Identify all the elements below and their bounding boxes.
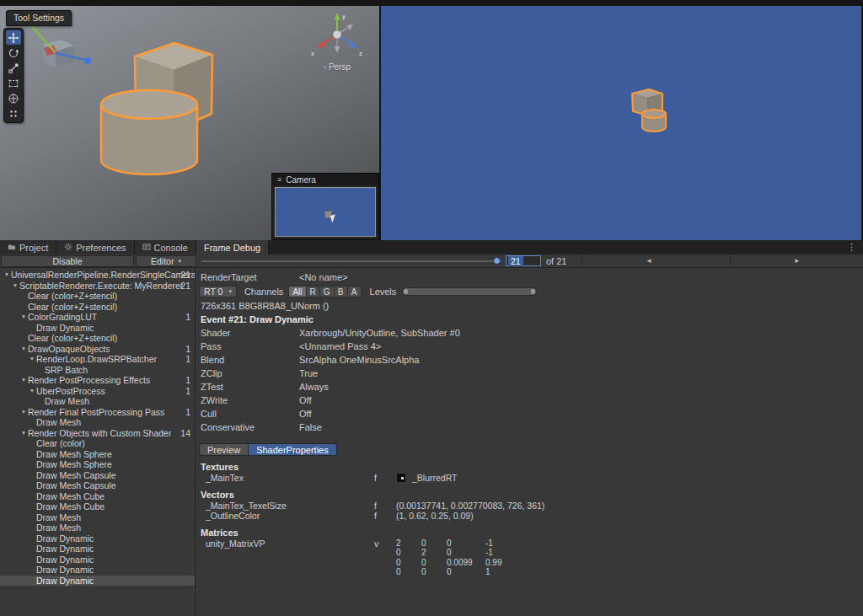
tab-preview[interactable]: Preview: [199, 443, 249, 456]
gizmo-x-label: x: [311, 50, 314, 57]
rt-selector-dropdown[interactable]: RT 0 ▾: [199, 286, 237, 297]
scale-tool-button[interactable]: [6, 61, 21, 75]
tree-row[interactable]: SRP Batch: [0, 365, 195, 376]
vector-value: (1, 0.62, 0.25, 0.09): [396, 511, 474, 522]
tool-settings-panel[interactable]: Tool Settings: [6, 10, 72, 26]
vector-name: _MainTex_TexelSize: [206, 501, 374, 512]
tree-row[interactable]: Clear (color+Z+stencil): [0, 291, 195, 302]
tree-row[interactable]: Draw Dynamic: [0, 323, 195, 334]
frame-slider-thumb[interactable]: [493, 257, 501, 265]
frame-debug-toolbar: Disable Editor ▾ 21 of 21 ◄ ►: [0, 254, 863, 268]
tree-row[interactable]: Draw Mesh: [0, 522, 195, 533]
channel-button-b[interactable]: B: [335, 286, 348, 297]
channel-button-g[interactable]: G: [320, 286, 335, 297]
orientation-gizmo[interactable]: y x z ‹Persp: [307, 11, 367, 72]
tree-row[interactable]: Draw Mesh Cube: [0, 501, 195, 512]
disclosure-spacer: [28, 512, 36, 523]
disclosure-triangle-icon[interactable]: ▼: [11, 281, 19, 292]
tree-row[interactable]: Clear (color+Z+stencil): [0, 333, 195, 344]
camera-preview-window[interactable]: ≡ Camera: [271, 173, 379, 240]
tab-preferences[interactable]: Preferences: [56, 240, 134, 254]
tree-row[interactable]: Draw Mesh Cube: [0, 491, 195, 502]
frame-number-input[interactable]: 21: [506, 255, 541, 266]
disclosure-spacer: [28, 501, 36, 512]
levels-max-handle[interactable]: [531, 289, 535, 294]
matrix-type: v: [374, 538, 396, 549]
tree-row[interactable]: Draw Mesh Capsule: [0, 470, 195, 481]
tree-row[interactable]: Draw Dynamic: [0, 565, 195, 576]
tab-shader-properties[interactable]: ShaderProperties: [249, 443, 337, 456]
disclosure-triangle-icon[interactable]: ▼: [19, 312, 28, 323]
game-view[interactable]: [381, 6, 863, 240]
disclosure-spacer: [28, 417, 36, 428]
cylinder-object[interactable]: [101, 90, 197, 174]
tree-row[interactable]: Draw Dynamic: [0, 576, 195, 587]
scene-view[interactable]: Tool Settings: [0, 6, 379, 240]
camera-preview-titlebar[interactable]: ≡ Camera: [272, 174, 378, 185]
next-frame-button[interactable]: ►: [731, 257, 863, 265]
tree-row[interactable]: ▼RenderLoop.DrawSRPBatcher1: [0, 354, 195, 365]
tree-row[interactable]: Draw Mesh Sphere: [0, 459, 195, 470]
tree-row-label: UberPostProcess: [36, 386, 105, 397]
disable-button[interactable]: Disable: [1, 255, 134, 267]
tree-row[interactable]: ▼Render Objects with Custom Shader14: [0, 428, 195, 439]
move-gizmo[interactable]: [30, 24, 91, 68]
disclosure-triangle-icon[interactable]: ▼: [19, 407, 28, 418]
move-tool-button[interactable]: [6, 30, 21, 45]
matrix-cell: 0: [447, 567, 485, 577]
event-tree[interactable]: ▼UniversalRenderPipeline.RenderSingleCam…: [0, 268, 196, 616]
tree-row[interactable]: Clear (color+Z+stencil): [0, 302, 195, 313]
tree-row[interactable]: Draw Dynamic: [0, 533, 195, 544]
matrix-cell: 1: [485, 567, 511, 577]
tab-project[interactable]: Project: [0, 240, 56, 254]
channel-button-r[interactable]: R: [307, 286, 320, 297]
frame-slider[interactable]: [200, 254, 503, 268]
prev-frame-button[interactable]: ◄: [582, 257, 715, 265]
move-icon: [8, 32, 19, 44]
levels-min-handle[interactable]: [404, 289, 408, 294]
tree-row[interactable]: ▼DrawOpaqueObjects1: [0, 344, 195, 355]
tab-frame-debug[interactable]: Frame Debug: [196, 240, 269, 254]
disclosure-triangle-icon[interactable]: ▼: [19, 375, 28, 386]
property-value: <Unnamed Pass 4>: [299, 341, 381, 351]
levels-slider[interactable]: [402, 287, 537, 296]
disclosure-triangle-icon[interactable]: ▼: [19, 344, 28, 355]
projection-mode[interactable]: ‹Persp: [307, 62, 367, 72]
target-selector-dropdown[interactable]: Editor ▾: [136, 255, 196, 267]
panel-menu-icon[interactable]: ⋮: [840, 240, 863, 254]
tree-row-label: ScriptableRenderer.Execute: MyRenderer: [19, 281, 183, 292]
tree-row[interactable]: ▼ColorGradingLUT1: [0, 312, 195, 323]
rotate-tool-button[interactable]: [6, 46, 21, 60]
tree-row-label: Draw Dynamic: [36, 533, 94, 544]
transform-tool-button[interactable]: [6, 91, 21, 105]
channel-button-all[interactable]: All: [288, 286, 306, 297]
tree-row[interactable]: ▼Render PostProcessing Effects1: [0, 375, 195, 386]
matrix-cell: 0: [421, 558, 447, 568]
tree-row-label: Draw Mesh: [36, 522, 81, 533]
tab-console[interactable]: Console: [135, 240, 196, 254]
tree-row[interactable]: Draw Mesh: [0, 417, 195, 428]
tree-row[interactable]: Draw Mesh Capsule: [0, 480, 195, 491]
channel-button-a[interactable]: A: [348, 286, 362, 297]
frame-number-value: 21: [508, 256, 523, 266]
tree-row[interactable]: Clear (color): [0, 438, 195, 449]
disclosure-triangle-icon[interactable]: ▼: [19, 428, 28, 439]
tree-row[interactable]: Draw Mesh: [0, 512, 195, 523]
disclosure-triangle-icon[interactable]: ▼: [3, 270, 11, 281]
disclosure-spacer: [28, 449, 36, 460]
disclosure-triangle-icon[interactable]: ▼: [28, 386, 36, 397]
tree-row[interactable]: Draw Dynamic: [0, 544, 195, 554]
tree-row[interactable]: ▼Render Final PostProcessing Pass1: [0, 407, 195, 418]
custom-tool-button[interactable]: [6, 106, 21, 121]
tree-row[interactable]: Draw Mesh Sphere: [0, 449, 195, 460]
tree-row[interactable]: Draw Mesh: [0, 396, 195, 407]
persp-arrow-icon: ‹: [324, 63, 326, 72]
tree-row[interactable]: Draw Dynamic: [0, 554, 195, 565]
tab-label: Frame Debug: [204, 243, 260, 253]
rect-tool-button[interactable]: [6, 76, 21, 90]
tree-row[interactable]: ▼UniversalRenderPipeline.RenderSingleCam…: [0, 270, 195, 281]
texture-thumbnail[interactable]: [396, 473, 406, 483]
tree-row[interactable]: ▼ScriptableRenderer.Execute: MyRenderer2…: [0, 281, 195, 292]
disclosure-triangle-icon[interactable]: ▼: [28, 354, 36, 365]
tree-row[interactable]: ▼UberPostProcess1: [0, 386, 195, 397]
